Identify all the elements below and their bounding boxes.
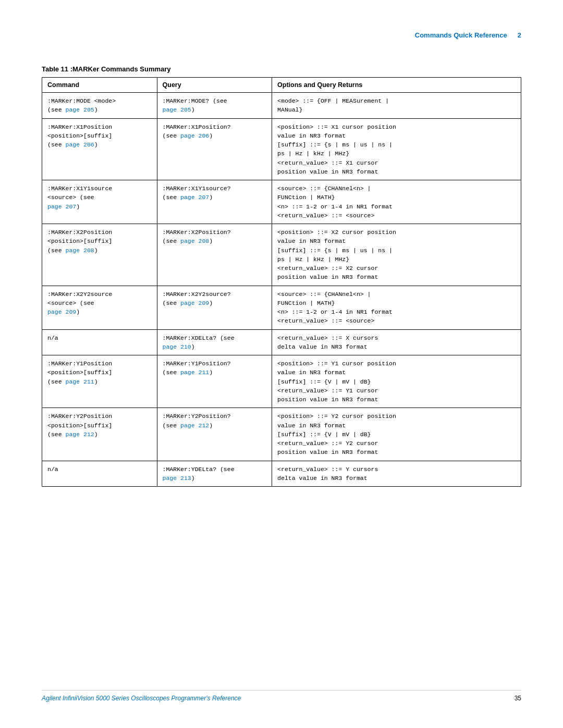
page-link-206[interactable]: page 206 — [66, 141, 94, 148]
query-cell-0: :MARKer:MODE? (seepage 205) — [157, 93, 272, 119]
footer-page-number: 35 — [515, 695, 521, 702]
column-header-command: Command — [42, 78, 157, 93]
cmd-cell-4: :MARKer:X2Y2source<source> (seepage 209) — [42, 286, 157, 329]
table-number: Table 11 — [42, 65, 68, 73]
options-cell-0: <mode> ::= {OFF | MEASurement |MANual} — [272, 93, 521, 119]
page-link-209[interactable]: page 209 — [47, 309, 76, 315]
table-row: :MARKer:X1Y1source<source> (seepage 207)… — [42, 180, 521, 224]
cmd-cell-1: :MARKer:X1Position<position>[suffix](see… — [42, 118, 157, 180]
query-cell-2: :MARKer:X1Y1source?(see page 207) — [157, 180, 272, 224]
page-link-211[interactable]: page 211 — [180, 369, 209, 376]
cmd-cell-0: :MARKer:MODE <mode>(see page 205) — [42, 93, 157, 119]
page-header: Commands Quick Reference 2 — [42, 31, 521, 39]
options-cell-8: <return_value> ::= Y cursorsdelta value … — [272, 461, 521, 487]
page-container: Commands Quick Reference 2 Table 11 :MAR… — [0, 0, 563, 728]
page-link-212[interactable]: page 212 — [66, 431, 94, 438]
table-row: :MARKer:X2Y2source<source> (seepage 209)… — [42, 286, 521, 329]
page-link-207[interactable]: page 207 — [47, 203, 76, 210]
table-row: n/a:MARKer:XDELta? (seepage 210)<return_… — [42, 329, 521, 355]
cmd-cell-3: :MARKer:X2Position<position>[suffix](see… — [42, 224, 157, 286]
options-cell-4: <source> ::= {CHANnel<n> |FUNCtion | MAT… — [272, 286, 521, 329]
table-caption: Table 11 :MARKer Commands Summary — [42, 65, 521, 73]
page-footer: Agilent InfiniiVision 5000 Series Oscill… — [42, 690, 521, 702]
header-page-number: 2 — [518, 31, 521, 39]
cmd-cell-2: :MARKer:X1Y1source<source> (seepage 207) — [42, 180, 157, 224]
table-row: n/a:MARKer:YDELta? (seepage 213)<return_… — [42, 461, 521, 487]
query-cell-5: :MARKer:XDELta? (seepage 210) — [157, 329, 272, 355]
page-link-208[interactable]: page 208 — [180, 238, 209, 244]
options-cell-6: <position> ::= Y1 cursor positionvalue i… — [272, 355, 521, 408]
cmd-cell-8: n/a — [42, 461, 157, 487]
page-link-210[interactable]: page 210 — [163, 343, 191, 350]
page-link-205[interactable]: page 205 — [66, 106, 94, 113]
header-title: Commands Quick Reference — [415, 31, 507, 39]
cmd-cell-6: :MARKer:Y1Position<position>[suffix](see… — [42, 355, 157, 408]
query-cell-3: :MARKer:X2Position?(see page 208) — [157, 224, 272, 286]
page-link-207[interactable]: page 207 — [180, 194, 209, 201]
page-link-208[interactable]: page 208 — [66, 247, 94, 254]
table-row: :MARKer:X2Position<position>[suffix](see… — [42, 224, 521, 286]
cmd-cell-5: n/a — [42, 329, 157, 355]
table-header-row: Command Query Options and Query Returns — [42, 78, 521, 93]
table-description: :MARKer Commands Summary — [68, 65, 171, 73]
column-header-options: Options and Query Returns — [272, 78, 521, 93]
query-cell-8: :MARKer:YDELta? (seepage 213) — [157, 461, 272, 487]
query-cell-6: :MARKer:Y1Position?(see page 211) — [157, 355, 272, 408]
options-cell-5: <return_value> ::= X cursorsdelta value … — [272, 329, 521, 355]
options-cell-7: <position> ::= Y2 cursor positionvalue i… — [272, 408, 521, 461]
query-cell-1: :MARKer:X1Position?(see page 206) — [157, 118, 272, 180]
query-cell-7: :MARKer:Y2Position?(see page 212) — [157, 408, 272, 461]
page-link-211[interactable]: page 211 — [66, 378, 94, 385]
options-cell-1: <position> ::= X1 cursor positionvalue i… — [272, 118, 521, 180]
table-row: :MARKer:X1Position<position>[suffix](see… — [42, 118, 521, 180]
page-link-213[interactable]: page 213 — [163, 475, 191, 482]
table-row: :MARKer:Y1Position<position>[suffix](see… — [42, 355, 521, 408]
page-link-206[interactable]: page 206 — [180, 132, 209, 139]
column-header-query: Query — [157, 78, 272, 93]
page-link-209[interactable]: page 209 — [180, 300, 209, 306]
cmd-cell-7: :MARKer:Y2Position<position>[suffix](see… — [42, 408, 157, 461]
table-row: :MARKer:Y2Position<position>[suffix](see… — [42, 408, 521, 461]
options-cell-2: <source> ::= {CHANnel<n> |FUNCtion | MAT… — [272, 180, 521, 224]
footer-brand: Agilent InfiniiVision 5000 Series Oscill… — [42, 695, 241, 702]
query-cell-4: :MARKer:X2Y2source?(see page 209) — [157, 286, 272, 329]
page-link-205[interactable]: page 205 — [163, 106, 191, 113]
table-row: :MARKer:MODE <mode>(see page 205):MARKer… — [42, 93, 521, 119]
options-cell-3: <position> ::= X2 cursor positionvalue i… — [272, 224, 521, 286]
page-link-212[interactable]: page 212 — [180, 422, 209, 429]
marker-commands-table: Command Query Options and Query Returns … — [42, 77, 521, 487]
